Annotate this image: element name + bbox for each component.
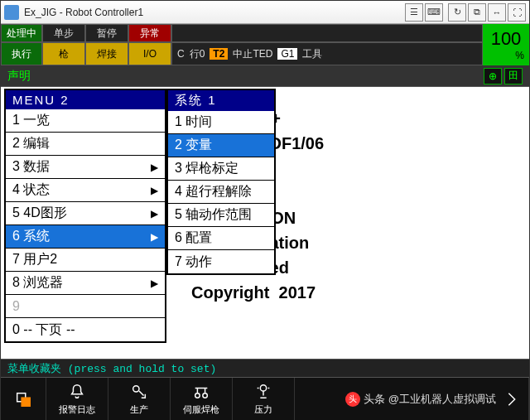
section-label: 声明 [7,69,31,84]
submenu-arrow-icon: ▶ [151,162,158,173]
bottom-bar: 报警日志 生产 伺服焊枪 压力 头 头条 @工业机器人虚拟调试 [1,377,529,420]
submenu-arrow-icon: ▶ [151,231,158,243]
production-button[interactable]: 生产 [108,378,171,420]
status-processing[interactable]: 处理中 [1,24,42,42]
main-menu-title: MENU 2 [6,90,165,109]
watermark-icon: 头 [345,392,360,407]
submenu-arrow-icon: ▶ [151,278,158,289]
status-c: C [177,48,185,60]
status-lineno: 行0 [190,47,205,61]
svg-point-3 [195,393,200,398]
servo-gun-button[interactable]: 伺服焊枪 [171,378,233,420]
main-menu-item-2[interactable]: 2 编辑 [6,133,165,156]
content-area: Tool+ 7DF1/06 PORATION Corporation Reser… [1,87,529,359]
main-menu-item-5[interactable]: 5 4D图形▶ [6,202,165,225]
favorites-bar[interactable]: 菜单收藏夹 (press and hold to set) [1,359,529,377]
watermark: 头 头条 @工业机器人虚拟调试 [345,392,496,407]
production-label: 生产 [130,403,148,416]
pressure-label: 压力 [254,403,272,416]
window-title: Ex_JIG - Robot Controller1 [24,7,400,18]
tb-icon-6[interactable]: ⛶ [508,3,526,22]
tb-icon-2[interactable]: ⌨ [425,3,443,22]
status-tool: 工具 [302,47,322,61]
status-pause[interactable]: 暂停 [85,24,128,42]
system-submenu[interactable]: 系统 1 1 时间2 变量3 焊枪标定4 超行程解除5 轴动作范围6 配置7 动… [166,89,276,275]
submenu-arrow-icon: ▶ [151,185,158,196]
nav-home-button[interactable] [1,378,46,420]
tb-icon-3[interactable]: ↻ [448,3,466,22]
speed-override[interactable]: 100 % [483,24,529,65]
main-menu-item-9: 9 [6,295,165,318]
next-page-button[interactable] [494,378,529,420]
main-menu-item-1[interactable]: 1 一览 [6,109,165,133]
production-icon [130,383,148,401]
speed-num: 100 [491,28,522,50]
svg-rect-1 [22,398,30,406]
status-step[interactable]: 单步 [42,24,85,42]
status-stop: 中止TED [233,47,272,61]
speed-pct: % [515,50,524,61]
tb-icon-5[interactable]: ↔ [488,3,506,22]
main-menu-item-8[interactable]: 8 浏览器▶ [6,272,165,295]
svg-point-2 [133,385,139,391]
pressure-icon [254,383,272,401]
system-submenu-item-6[interactable]: 6 配置 [168,227,274,250]
titlebar[interactable]: Ex_JIG - Robot Controller1 ☰ ⌨ ↻ ⧉ ↔ ⛶ [1,1,529,24]
system-submenu-item-7[interactable]: 7 动作 [168,250,274,273]
system-submenu-title: 系统 1 [168,90,274,111]
main-menu[interactable]: MENU 2 1 一览2 编辑3 数据▶4 状态▶5 4D图形▶6 系统▶7 用… [4,89,166,343]
status-toolstrip: 处理中 执行 单步 枪 暂停 焊接 异常 I/O C 行0 T2 中止TED G… [1,24,529,65]
system-submenu-item-4[interactable]: 4 超行程解除 [168,181,274,204]
tb-icon-1[interactable]: ☰ [405,3,423,22]
pressure-button[interactable]: 压力 [233,378,295,420]
status-exec[interactable]: 执行 [1,42,42,65]
zoom-in-icon[interactable]: ⊕ [484,68,502,84]
main-menu-item-7[interactable]: 7 用户2 [6,249,165,272]
main-menu-item-0[interactable]: 0 -- 下页 -- [6,318,165,341]
main-menu-item-6[interactable]: 6 系统▶ [6,225,165,249]
servo-gun-icon [192,383,210,401]
status-line-info: C 行0 T2 中止TED G1 工具 [171,42,483,65]
servo-gun-label: 伺服焊枪 [183,403,219,416]
submenu-arrow-icon: ▶ [151,208,158,220]
panel-icon[interactable]: 田 [504,68,523,84]
main-menu-item-3[interactable]: 3 数据▶ [6,156,165,179]
chevron-right-icon [503,390,521,408]
system-submenu-item-5[interactable]: 5 轴动作范围 [168,204,274,227]
svg-point-5 [260,384,266,390]
app-icon [4,5,19,20]
alarm-log-label: 报警日志 [59,403,95,416]
overlap-icon [14,390,32,408]
section-header: 声明 ⊕ 田 [1,65,529,87]
system-submenu-item-3[interactable]: 3 焊枪标定 [168,157,274,181]
status-weld[interactable]: 焊接 [85,42,128,65]
status-abnormal[interactable]: 异常 [128,24,171,42]
system-submenu-item-1[interactable]: 1 时间 [168,111,274,134]
main-menu-item-4[interactable]: 4 状态▶ [6,179,165,202]
tb-icon-4[interactable]: ⧉ [468,3,486,22]
status-t2: T2 [210,48,228,60]
system-submenu-item-2[interactable]: 2 变量 [168,134,274,157]
status-empty-row [171,24,483,42]
bell-icon [68,383,86,401]
svg-point-4 [203,393,208,398]
status-io[interactable]: I/O [128,42,171,65]
status-gun[interactable]: 枪 [42,42,85,65]
status-g1: G1 [277,48,297,60]
alarm-log-button[interactable]: 报警日志 [46,378,108,420]
